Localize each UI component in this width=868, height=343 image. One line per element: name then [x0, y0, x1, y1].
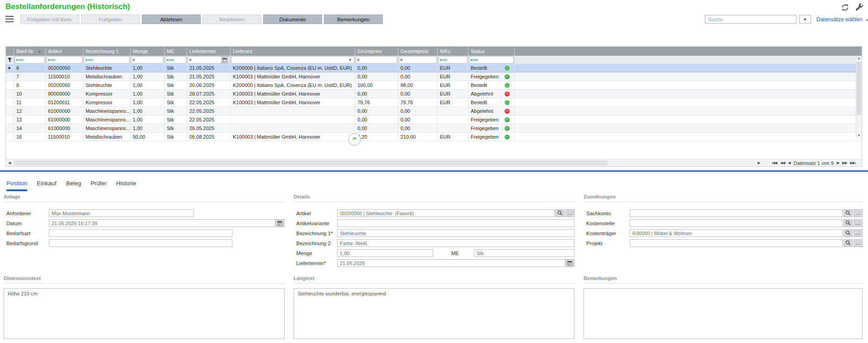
- filter-input-einzelpreis[interactable]: =: [356, 56, 397, 63]
- table-row[interactable]: 1261000000Maschinenspanns...1,00Stk22.05…: [6, 107, 862, 116]
- row-selector-cell[interactable]: [6, 107, 14, 116]
- toolbar-button-bemerkungen[interactable]: Bemerkungen: [324, 14, 383, 24]
- column-header-liefertermin[interactable]: Liefertermin: [187, 47, 231, 56]
- scroll-right-icon[interactable]: ▶: [757, 161, 760, 165]
- filter-funnel-icon[interactable]: [6, 56, 14, 64]
- tab-historie[interactable]: Historie: [116, 180, 136, 191]
- table-row[interactable]: 1611500010Metallschrauben50,00Stk05.08.2…: [6, 133, 862, 141]
- tab-prüfer[interactable]: Prüfer: [91, 180, 106, 191]
- sachkonto-input[interactable]: [630, 209, 843, 217]
- table-row[interactable]: 1361000000Maschinenspanns...1,00Stk22.05…: [6, 116, 862, 124]
- column-header-lieferant[interactable]: Lieferant: [231, 47, 355, 56]
- tab-einkauf[interactable]: Einkauf: [37, 180, 56, 191]
- next-record-icon[interactable]: ▶: [837, 161, 839, 165]
- last-record-icon[interactable]: ▶▶|: [850, 161, 855, 165]
- artikel-more-button[interactable]: ...: [565, 209, 574, 217]
- vertical-scrollbar[interactable]: ▲ ▼: [856, 56, 862, 138]
- liefertermin-input[interactable]: [337, 259, 565, 267]
- filter-input-lieferant[interactable]: ▼: [231, 56, 354, 63]
- filter-input-gesamtpreis[interactable]: =: [399, 56, 437, 63]
- next-page-icon[interactable]: ▶▶: [842, 161, 847, 165]
- search-filter-dropdown[interactable]: ▼: [799, 15, 811, 24]
- filter-input-liefertermin[interactable]: =: [188, 56, 230, 63]
- artikel-search-button[interactable]: [555, 209, 564, 217]
- calendar-button[interactable]: [565, 259, 574, 267]
- anforderer-input[interactable]: [49, 209, 194, 217]
- row-selector-cell[interactable]: [6, 90, 14, 98]
- column-header-wkz[interactable]: WKz: [438, 47, 468, 56]
- filter-input-status[interactable]: A%C: [469, 56, 514, 63]
- table-row[interactable]: 1101200011Kompressor1,00Stk22.05.2025K10…: [6, 98, 862, 107]
- calendar-button[interactable]: [275, 219, 285, 227]
- filter-input-artikel[interactable]: A%C: [46, 56, 82, 63]
- column-header-bezeichnung-1[interactable]: Bezeichnung 1: [83, 47, 130, 56]
- menu-icon[interactable]: [5, 16, 14, 22]
- column-header-banf-nr[interactable]: Banf-Nr.▲: [14, 47, 46, 56]
- toolbar-button-ablehnen[interactable]: Ablehnen: [142, 14, 201, 24]
- records-select-link[interactable]: Datensätze wählen▼: [816, 16, 868, 23]
- kostenstelle-search-button[interactable]: [844, 219, 853, 227]
- filter-input-banf-nr[interactable]: A%C: [14, 56, 45, 63]
- bedarfsgrund-input[interactable]: [49, 239, 232, 247]
- datum-input[interactable]: [49, 219, 275, 227]
- table-row[interactable]: 1080000000Kompressor1,00Stk28.07.2025K10…: [6, 90, 862, 98]
- table-row[interactable]: 1461000000Maschinenspanns...1,00Stk26.05…: [6, 124, 862, 133]
- artikelvariante-input[interactable]: [337, 219, 574, 227]
- bezeichnung1-input[interactable]: [337, 229, 574, 237]
- kostenstelle-more-button[interactable]: ...: [854, 219, 863, 227]
- refresh-icon[interactable]: [841, 3, 849, 12]
- bezeichnung2-input[interactable]: [337, 239, 574, 247]
- column-header-status[interactable]: Status: [468, 47, 515, 56]
- column-header-menge[interactable]: Menge: [130, 47, 164, 56]
- collapse-panel-button[interactable]: [348, 133, 361, 145]
- filter-input-menge[interactable]: =: [131, 56, 164, 63]
- row-selector-cell[interactable]: [6, 81, 14, 90]
- projekt-search-button[interactable]: [844, 239, 853, 247]
- column-header-artikel[interactable]: Artikel: [46, 47, 83, 56]
- artikel-input[interactable]: [337, 209, 555, 217]
- column-header-einzelpreis[interactable]: Einzelpreis: [355, 47, 398, 56]
- prev-record-icon[interactable]: ◀: [788, 161, 790, 165]
- horizontal-scrollbar[interactable]: ◀ ▶ |◀◀ ◀◀ ◀ Datensatz 1 von 9 ▶ ▶▶ ▶▶|: [6, 159, 862, 166]
- filter-input-wkz[interactable]: A%C: [438, 56, 468, 63]
- kostentraeger-input[interactable]: [630, 229, 843, 237]
- tab-beleg[interactable]: Beleg: [66, 180, 81, 191]
- scroll-up-icon[interactable]: ▲: [856, 56, 862, 61]
- menge-input[interactable]: [337, 249, 433, 257]
- row-selector-cell[interactable]: ▶: [6, 64, 14, 72]
- chevron-down-icon[interactable]: ▼: [348, 58, 353, 62]
- vertical-scrollbar-thumb[interactable]: [857, 62, 861, 115]
- search-input[interactable]: [705, 15, 796, 24]
- kostentraeger-search-button[interactable]: [844, 229, 853, 237]
- scroll-down-icon[interactable]: ▼: [856, 133, 862, 138]
- wrench-icon[interactable]: [855, 3, 863, 12]
- row-selector-cell[interactable]: [6, 98, 14, 107]
- calendar-icon[interactable]: [221, 57, 228, 63]
- filter-input-me[interactable]: A%C: [165, 56, 186, 63]
- row-selector-cell[interactable]: [6, 133, 14, 141]
- tab-position[interactable]: Position: [6, 180, 27, 191]
- row-selector-cell[interactable]: [6, 124, 14, 133]
- sachkonto-more-button[interactable]: ...: [854, 209, 863, 217]
- table-row[interactable]: 800200050Stehleuchte1,00Stk20.06.2025K20…: [6, 81, 862, 90]
- filter-input-bezeichnung-1[interactable]: A%C: [84, 56, 130, 63]
- kostentraeger-more-button[interactable]: ...: [854, 229, 863, 237]
- table-row[interactable]: 711500010Metallschrauben1,00Stk21.05.202…: [6, 72, 862, 81]
- horizontal-scrollbar-thumb[interactable]: [14, 160, 608, 165]
- table-row[interactable]: ▶600200050Stehleuchte1,00Stk21.05.2025K2…: [6, 64, 862, 72]
- projekt-input[interactable]: [630, 239, 843, 247]
- bemerkungen-textarea[interactable]: [583, 288, 863, 339]
- langtext-textarea[interactable]: Stehleuchte wunderbar, energiesparend: [294, 288, 574, 339]
- bedarfsart-input[interactable]: [49, 229, 232, 237]
- sachkonto-search-button[interactable]: [844, 209, 853, 217]
- toolbar-button-dokumente[interactable]: Dokumente: [263, 14, 322, 24]
- prev-page-icon[interactable]: ◀◀: [780, 161, 785, 165]
- row-selector-cell[interactable]: [6, 116, 14, 124]
- projekt-more-button[interactable]: ...: [854, 239, 863, 247]
- dimensionstext-textarea[interactable]: Höhe 210 cm: [4, 288, 285, 339]
- first-record-icon[interactable]: |◀◀: [772, 161, 777, 165]
- kostenstelle-input[interactable]: [630, 219, 843, 227]
- scroll-left-icon[interactable]: ◀: [8, 160, 11, 166]
- me-input[interactable]: [474, 249, 574, 257]
- column-header-gesamtpreis[interactable]: Gesamtpreis: [398, 47, 438, 56]
